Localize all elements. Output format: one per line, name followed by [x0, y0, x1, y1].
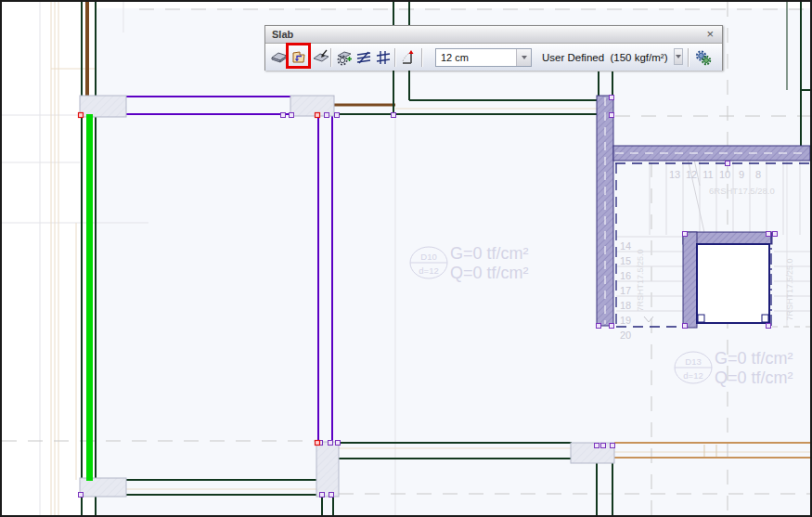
svg-text:G=0 tf/cm²: G=0 tf/cm²	[450, 244, 529, 263]
svg-text:20: 20	[620, 330, 631, 341]
slab-thickness-select[interactable]: 12 cm	[435, 48, 532, 67]
dialog-titlebar[interactable]: Slab ×	[265, 26, 722, 44]
svg-text:11: 11	[702, 169, 713, 180]
svg-text:18: 18	[620, 300, 631, 311]
create-slab-button[interactable]	[269, 47, 290, 68]
slab-gear-icon	[336, 49, 353, 66]
slab-load-select[interactable]: User Defined (150 kgf/m²)	[542, 48, 683, 67]
slab-slope-icon	[400, 49, 417, 66]
slab-openings-button[interactable]	[334, 47, 354, 68]
slab-direction-icon	[313, 49, 329, 66]
slab-edges-icon	[355, 49, 372, 66]
svg-text:Q=0 tf/cm²: Q=0 tf/cm²	[715, 368, 793, 387]
stair-note: 7RSHT17.5/25.0	[636, 249, 645, 311]
polygon-slab-icon	[290, 49, 307, 66]
stair-note: 7RSHT17.5/25.0	[785, 258, 794, 320]
slab-dialog: Slab ×	[264, 25, 723, 71]
svg-text:15: 15	[620, 255, 631, 266]
svg-text:19: 19	[620, 315, 631, 326]
dialog-title: Slab	[272, 29, 293, 40]
create-slab-by-edges-button[interactable]	[289, 47, 309, 68]
gears-icon	[695, 49, 712, 66]
slab-slope-button[interactable]	[398, 47, 419, 68]
chevron-down-icon[interactable]	[674, 48, 684, 65]
svg-text:G=0 tf/cm²: G=0 tf/cm²	[715, 349, 793, 368]
floor-plan-canvas[interactable]: 13 12 11 10 9 8 14 15 16 17 18 19 20 6RS…	[2, 2, 810, 515]
svg-text:Q=0 tf/cm²: Q=0 tf/cm²	[450, 264, 529, 282]
svg-text:d=12: d=12	[683, 370, 702, 381]
toolbar-separator	[688, 48, 689, 67]
slab-settings-button[interactable]	[693, 47, 714, 68]
slab-toolbar: 12 cm User Defined (150 kgf/m²)	[265, 44, 722, 71]
slab-thickness-value: 12 cm	[436, 52, 516, 63]
toolbar-separator	[421, 48, 422, 67]
slab-direction-button[interactable]	[311, 47, 331, 68]
svg-text:14: 14	[620, 240, 631, 252]
chevron-down-icon[interactable]	[516, 49, 531, 66]
svg-text:d=12: d=12	[419, 265, 438, 276]
application-window: 13 12 11 10 9 8 14 15 16 17 18 19 20 6RS…	[0, 0, 812, 517]
svg-text:9: 9	[739, 169, 744, 180]
svg-text:D13: D13	[685, 356, 701, 367]
slab-load-value: User Defined (150 kgf/m²)	[542, 52, 674, 63]
svg-text:8: 8	[755, 169, 761, 180]
selected-wall[interactable]	[86, 114, 93, 481]
toolbar-separator	[330, 48, 331, 67]
svg-text:13: 13	[669, 169, 680, 180]
toolbar-separator	[394, 48, 395, 67]
slab-icon	[271, 49, 288, 66]
close-icon[interactable]: ×	[704, 29, 715, 40]
slab-axes-icon	[375, 49, 392, 66]
stair-note: 6RSHT17.5/28.0	[709, 186, 775, 196]
svg-text:D10: D10	[420, 252, 436, 262]
slab-axes-button[interactable]	[373, 47, 393, 68]
svg-text:12: 12	[686, 169, 697, 180]
svg-text:10: 10	[719, 169, 730, 180]
svg-text:16: 16	[620, 270, 631, 281]
stair-shaft[interactable]	[697, 244, 769, 323]
svg-text:17: 17	[620, 285, 631, 296]
slab-edges-button[interactable]	[354, 47, 374, 68]
